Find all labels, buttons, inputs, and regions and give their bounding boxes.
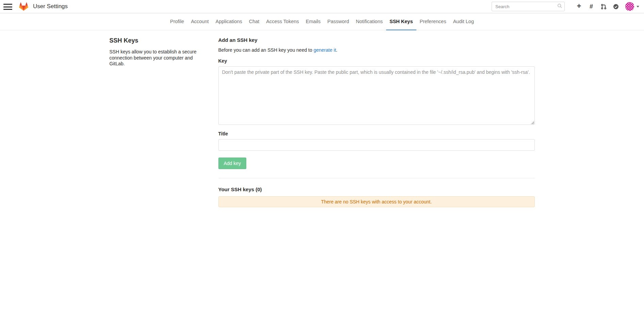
search-input[interactable] bbox=[492, 2, 565, 11]
top-navbar: User Settings + # bbox=[0, 0, 644, 13]
page-title: User Settings bbox=[33, 3, 68, 10]
tab-preferences[interactable]: Preferences bbox=[416, 13, 450, 30]
settings-tabs-bar: Profile Account Applications Chat Access… bbox=[0, 13, 644, 30]
your-ssh-keys-heading: Your SSH keys (0) bbox=[218, 186, 535, 192]
merge-request-icon[interactable] bbox=[597, 1, 610, 12]
ssh-key-form-section: Add an SSH key Before you can add an SSH… bbox=[218, 37, 535, 207]
key-form-group: Key bbox=[218, 58, 535, 125]
key-title-input[interactable] bbox=[218, 139, 535, 151]
section-heading: SSH Keys bbox=[110, 37, 198, 44]
search-box bbox=[492, 2, 565, 11]
hint-period: . bbox=[336, 47, 337, 53]
generate-key-hint: Before you can add an SSH key you need t… bbox=[218, 47, 535, 53]
tab-ssh-keys[interactable]: SSH Keys bbox=[386, 13, 416, 30]
user-avatar[interactable] bbox=[625, 2, 634, 11]
tab-account[interactable]: Account bbox=[187, 13, 212, 30]
tab-audit-log[interactable]: Audit Log bbox=[450, 13, 477, 30]
ssh-key-textarea[interactable] bbox=[218, 66, 535, 125]
section-divider bbox=[218, 178, 535, 178]
todos-check-icon[interactable] bbox=[610, 1, 622, 12]
hamburger-menu-icon[interactable] bbox=[3, 4, 12, 10]
add-ssh-key-heading: Add an SSH key bbox=[218, 37, 535, 43]
empty-keys-warning: There are no SSH keys with access to you… bbox=[218, 196, 535, 207]
add-key-button[interactable]: Add key bbox=[218, 158, 247, 169]
hint-text: Before you can add an SSH key you need t… bbox=[218, 47, 314, 53]
section-sidebar: SSH Keys SSH keys allow you to establish… bbox=[110, 37, 218, 207]
tab-access-tokens[interactable]: Access Tokens bbox=[263, 13, 302, 30]
settings-content: SSH Keys SSH keys allow you to establish… bbox=[110, 30, 535, 207]
tab-notifications[interactable]: Notifications bbox=[352, 13, 386, 30]
key-label: Key bbox=[218, 58, 535, 64]
title-form-group: Title bbox=[218, 131, 535, 151]
issues-hash-icon[interactable]: # bbox=[585, 1, 597, 12]
title-label: Title bbox=[218, 131, 535, 136]
tab-applications[interactable]: Applications bbox=[212, 13, 246, 30]
tab-emails[interactable]: Emails bbox=[302, 13, 324, 30]
section-description: SSH keys allow you to establish a secure… bbox=[110, 49, 198, 67]
generate-it-link[interactable]: generate it bbox=[314, 47, 336, 53]
user-menu-caret-icon[interactable] bbox=[637, 6, 639, 7]
search-icon bbox=[557, 3, 562, 10]
tab-chat[interactable]: Chat bbox=[246, 13, 263, 30]
gitlab-logo-icon[interactable] bbox=[19, 2, 28, 11]
tab-password[interactable]: Password bbox=[324, 13, 352, 30]
new-plus-icon[interactable]: + bbox=[573, 1, 585, 12]
tab-profile[interactable]: Profile bbox=[167, 13, 187, 30]
